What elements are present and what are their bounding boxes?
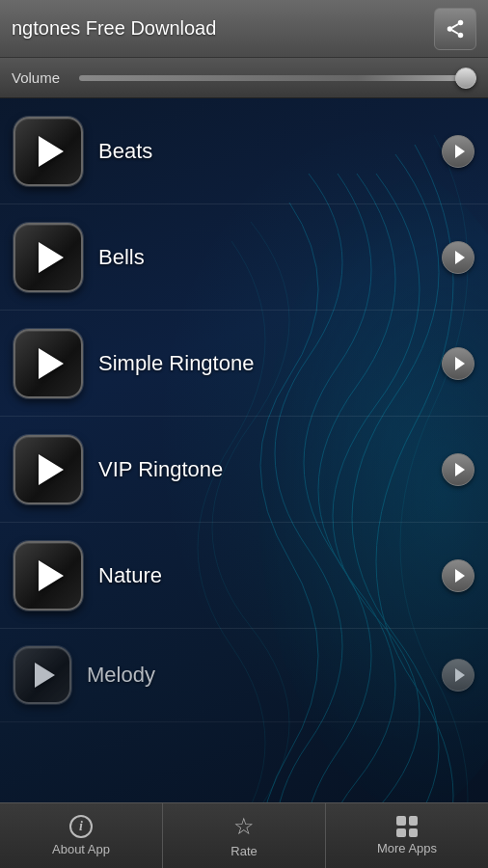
grid-dot <box>396 828 406 838</box>
list-item[interactable]: Bells <box>0 204 488 311</box>
chevron-button-nature[interactable] <box>442 559 474 592</box>
star-icon: ☆ <box>233 813 255 840</box>
chevron-right-icon <box>455 357 465 370</box>
volume-label: Volume <box>12 69 69 86</box>
bottom-nav: i About App ☆ Rate More Apps <box>0 802 488 868</box>
grid-icon <box>396 816 418 837</box>
list-item[interactable]: Nature <box>0 523 488 629</box>
chevron-button-melody[interactable] <box>442 659 474 692</box>
nav-more-apps[interactable]: More Apps <box>326 803 488 868</box>
grid-dot <box>409 828 419 838</box>
nav-rate[interactable]: ☆ Rate <box>163 803 326 868</box>
nav-about-label: About App <box>52 842 110 856</box>
play-button-vip[interactable] <box>14 435 83 504</box>
ringtone-name: Bells <box>83 245 442 270</box>
svg-point-2 <box>447 26 453 32</box>
play-icon <box>35 663 55 688</box>
play-icon <box>39 242 64 273</box>
list-item[interactable]: Simple Ringtone <box>0 311 488 417</box>
header: ngtones Free Download <box>0 0 488 58</box>
ringtone-name: Melody <box>71 663 442 688</box>
list-item[interactable]: VIP Ringtone <box>0 417 488 523</box>
list-item[interactable]: Melody <box>0 629 488 722</box>
ringtone-list: Beats Bells Simple Ringtone <box>0 98 488 722</box>
chevron-right-icon <box>455 251 465 264</box>
chevron-right-icon <box>455 569 465 583</box>
play-icon <box>39 348 64 379</box>
svg-point-3 <box>458 32 464 37</box>
chevron-right-icon <box>455 668 465 682</box>
list-item[interactable]: Beats <box>0 98 488 204</box>
nav-rate-label: Rate <box>230 844 257 858</box>
share-icon <box>445 18 466 40</box>
ringtone-name: Beats <box>83 139 442 164</box>
ringtone-name: Simple Ringtone <box>83 351 442 376</box>
chevron-button-vip[interactable] <box>442 453 474 486</box>
play-button-nature[interactable] <box>14 541 83 610</box>
volume-thumb[interactable] <box>455 68 476 89</box>
nav-about[interactable]: i About App <box>0 803 163 868</box>
grid-dot <box>409 816 419 826</box>
play-button-melody[interactable] <box>14 646 71 704</box>
ringtone-name: VIP Ringtone <box>83 457 442 482</box>
volume-slider[interactable] <box>79 75 476 81</box>
play-button-bells[interactable] <box>14 223 83 292</box>
svg-line-5 <box>452 23 458 27</box>
chevron-button-simple[interactable] <box>442 347 474 380</box>
play-icon <box>39 136 64 167</box>
nav-more-label: More Apps <box>377 841 437 855</box>
grid-dot <box>396 816 406 826</box>
play-icon <box>39 454 64 485</box>
content-area: Beats Bells Simple Ringtone <box>0 98 488 802</box>
chevron-right-icon <box>455 463 465 476</box>
play-icon <box>39 560 64 591</box>
chevron-button-beats[interactable] <box>442 135 474 168</box>
app-title: ngtones Free Download <box>12 17 216 40</box>
chevron-button-bells[interactable] <box>442 241 474 274</box>
ringtone-name: Nature <box>83 563 442 588</box>
chevron-right-icon <box>455 145 465 158</box>
share-button[interactable] <box>434 8 476 50</box>
svg-point-1 <box>458 19 464 25</box>
svg-line-4 <box>452 30 458 34</box>
info-icon: i <box>69 815 93 838</box>
volume-bar: Volume <box>0 58 488 98</box>
play-button-simple[interactable] <box>14 329 83 398</box>
play-button-beats[interactable] <box>14 117 83 186</box>
